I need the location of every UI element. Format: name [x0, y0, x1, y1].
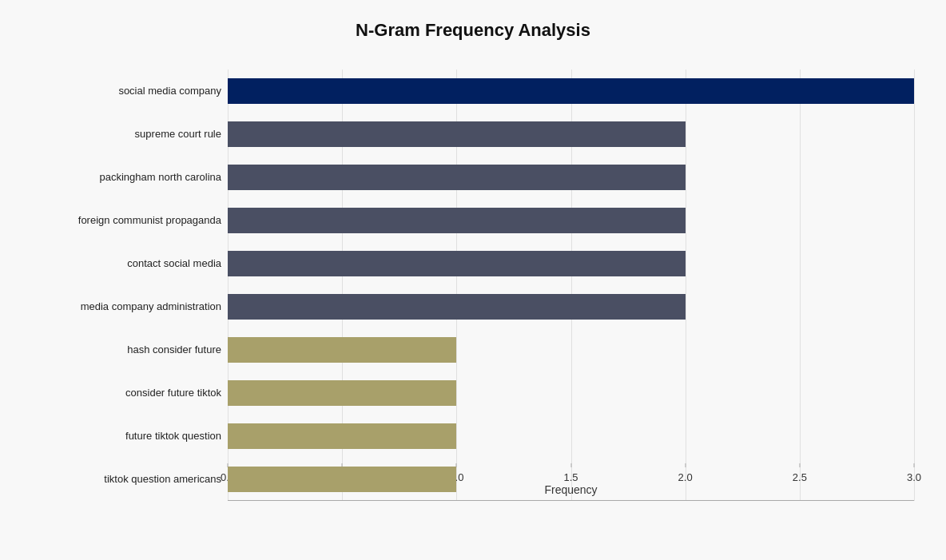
bar-row — [228, 463, 914, 495]
y-label: tiktok question americans — [32, 458, 221, 501]
y-label: consider future tiktok — [32, 371, 221, 415]
chart-area: social media companysupreme court rulepa… — [32, 55, 914, 487]
bar-row — [228, 291, 914, 323]
bar — [228, 337, 456, 363]
y-label: packingham north carolina — [32, 156, 221, 199]
chart-title: N-Gram Frequency Analysis — [32, 16, 914, 41]
bar — [228, 380, 456, 406]
bar-row — [228, 334, 914, 366]
bars-container — [228, 70, 914, 501]
chart-container: N-Gram Frequency Analysis social media c… — [0, 0, 946, 560]
y-label: media company administration — [32, 285, 221, 328]
y-label: foreign communist propaganda — [32, 199, 221, 242]
bar — [228, 78, 914, 104]
bar-row — [228, 75, 914, 107]
y-labels: social media companysupreme court rulepa… — [32, 55, 228, 502]
bar — [228, 121, 686, 147]
y-label: hash consider future — [32, 328, 221, 371]
bar-row — [228, 377, 914, 409]
bar — [228, 294, 686, 320]
bar — [228, 467, 456, 492]
bar-row — [228, 118, 914, 150]
bar — [228, 208, 686, 233]
y-label: future tiktok question — [32, 415, 221, 458]
bar-row — [228, 248, 914, 280]
y-label: social media company — [32, 70, 221, 113]
bar-row — [228, 205, 914, 236]
plot-area — [228, 55, 914, 502]
bar-row — [228, 161, 914, 193]
bar — [228, 165, 686, 190]
y-label: contact social media — [32, 242, 221, 285]
y-label: supreme court rule — [32, 113, 221, 156]
grid-line — [914, 70, 915, 501]
bar — [228, 423, 456, 449]
bar — [228, 251, 686, 276]
bar-row — [228, 420, 914, 452]
